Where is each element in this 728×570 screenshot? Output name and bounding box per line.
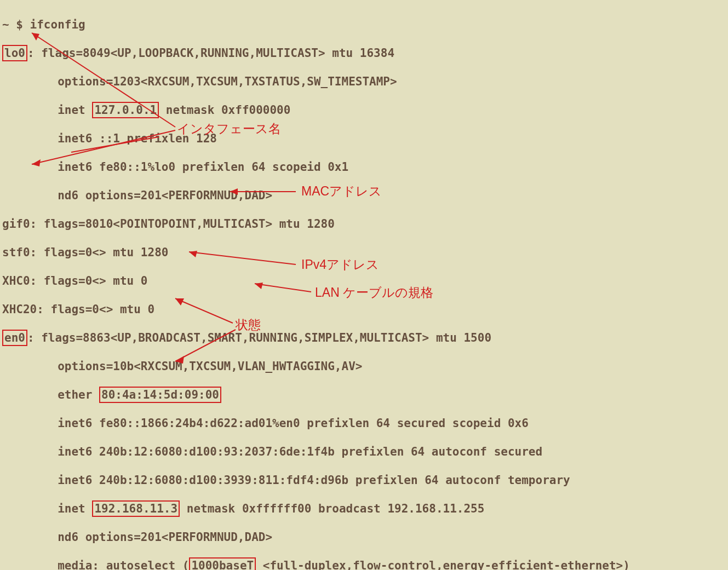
en0-nd6: nd6 options=201<PERFORMNUD,DAD> — [2, 530, 726, 544]
annotation-mac-address: MACアドレス — [301, 184, 382, 198]
en0-media-line: media: autoselect (1000baseT <full-duple… — [2, 559, 726, 570]
en0-ipv4-boxed: 192.168.11.3 — [92, 500, 180, 517]
en0-ether-line: ether 80:4a:14:5d:09:00 — [2, 388, 726, 402]
annotation-ipv4-address: IPv4アドレス — [301, 257, 379, 272]
en0-inet6-1: inet6 fe80::1866:24b4:d622:ad01%en0 pref… — [2, 416, 726, 430]
lo0-inet-boxed: 127.0.0.1 — [92, 102, 159, 118]
annotation-interface-name: インタフェース名 — [177, 122, 281, 136]
en0-name-boxed: en0 — [2, 330, 27, 346]
en0-inet-line: inet 192.168.11.3 netmask 0xffffff00 bro… — [2, 502, 726, 516]
en0-options: options=10b<RXCSUM,TXCSUM,VLAN_HWTAGGING… — [2, 359, 726, 373]
lo0-inet6-2: inet6 fe80::1%lo0 prefixlen 64 scopeid 0… — [2, 160, 726, 174]
command-line: ~ $ ifconfig — [2, 18, 726, 32]
en0-inet6-2: inet6 240b:12:6080:d100:93:2037:6de:1f4b… — [2, 445, 726, 459]
terminal-output: ~ $ ifconfig lo0: flags=8049<UP,LOOPBACK… — [0, 0, 728, 570]
annotation-lan-cable: LAN ケーブルの規格 — [315, 285, 433, 300]
gif0-line: gif0: flags=8010<POINTOPOINT,MULTICAST> … — [2, 217, 726, 231]
en0-inet6-3: inet6 240b:12:6080:d100:3939:811:fdf4:d9… — [2, 473, 726, 487]
lo0-options: options=1203<RXCSUM,TXCSUM,TXSTATUS,SW_T… — [2, 74, 726, 89]
lo0-name-boxed: lo0 — [2, 45, 27, 61]
annotation-status: 状態 — [236, 318, 261, 332]
svg-marker-1 — [32, 33, 39, 41]
en0-flags: : flags=8863<UP,BROADCAST,SMART,RUNNING,… — [27, 331, 491, 344]
en0-mac-boxed: 80:4a:14:5d:09:00 — [99, 387, 221, 403]
lo0-inet6-1: inet6 ::1 prefixlen 128 — [2, 131, 726, 146]
xhc20-line: XHC20: flags=0<> mtu 0 — [2, 302, 726, 316]
lo0-line: lo0: flags=8049<UP,LOOPBACK,RUNNING,MULT… — [2, 46, 726, 60]
lo0-flags: : flags=8049<UP,LOOPBACK,RUNNING,MULTICA… — [27, 47, 394, 60]
en0-line: en0: flags=8863<UP,BROADCAST,SMART,RUNNI… — [2, 331, 726, 345]
en0-media-boxed: 1000baseT — [189, 557, 256, 570]
lo0-inet-line: inet 127.0.0.1 netmask 0xff000000 — [2, 103, 726, 117]
